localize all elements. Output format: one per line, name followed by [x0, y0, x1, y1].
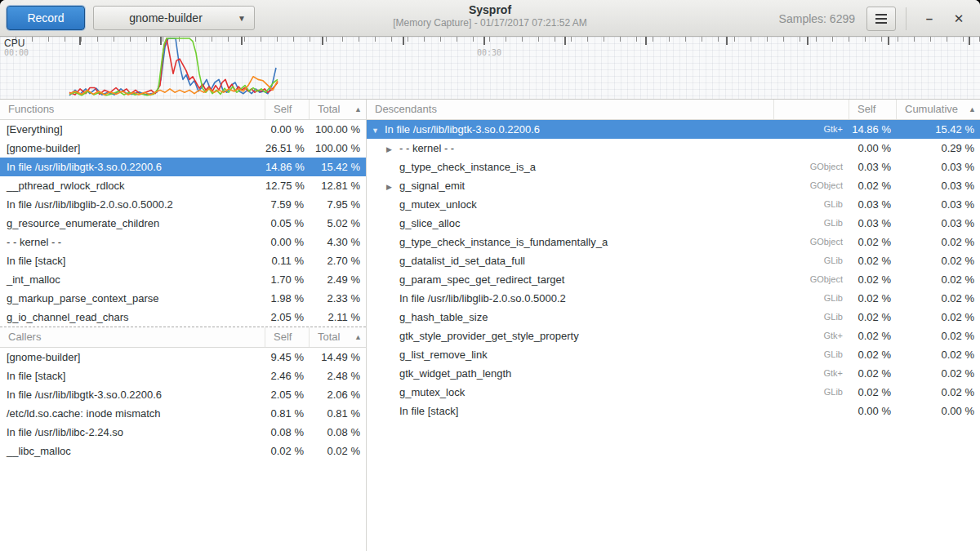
cpu3-line: [69, 77, 278, 95]
cpu-graph-lines: [0, 37, 980, 100]
function-row[interactable]: [Everything]0.00 %100.00 %: [0, 120, 366, 139]
library-badge: Gtk+: [774, 364, 849, 383]
descendant-row[interactable]: g_slice_allocGLib0.03 %0.03 %: [367, 214, 980, 233]
descendants-badge-column: [774, 100, 849, 119]
expander-closed-icon[interactable]: ▶: [386, 140, 399, 158]
chevron-down-icon: ▼: [238, 14, 246, 23]
library-badge: [774, 402, 849, 420]
library-badge: GObject: [774, 233, 849, 251]
caller-row[interactable]: [gnome-builder]9.45 %14.49 %: [0, 348, 366, 367]
functions-table-body: [Everything]0.00 %100.00 %[gnome-builder…: [0, 120, 366, 327]
process-selector-label: gnome-builder: [94, 11, 238, 24]
sort-ascending-icon: ▲: [354, 327, 362, 347]
descendant-row[interactable]: ▶g_signal_emitGObject0.02 %0.03 %: [367, 176, 980, 195]
minimize-button[interactable]: –: [915, 4, 944, 33]
descendant-row[interactable]: gtk_widget_path_lengthGtk+0.02 %0.02 %: [367, 364, 980, 383]
function-row[interactable]: g_io_channel_read_chars2.05 %2.11 %: [0, 308, 366, 327]
time-label-mid: 00:30: [477, 48, 501, 57]
headerbar: Record gnome-builder ▼ Sysprof [Memory C…: [0, 0, 980, 37]
descendant-row[interactable]: gtk_style_provider_get_style_propertyGtk…: [367, 327, 980, 345]
descendant-row[interactable]: g_type_check_instance_is_aGObject0.03 %0…: [367, 158, 980, 176]
sysprof-window: Record gnome-builder ▼ Sysprof [Memory C…: [0, 0, 980, 551]
functions-total-column-header[interactable]: ▲ Total: [310, 100, 366, 119]
descendant-row[interactable]: g_hash_table_sizeGLib0.02 %0.02 %: [367, 308, 980, 327]
callers-table-body: [gnome-builder]9.45 %14.49 %In file [sta…: [0, 348, 366, 460]
record-button[interactable]: Record: [7, 6, 85, 30]
callers-column-header[interactable]: Callers: [0, 327, 265, 347]
descendant-row[interactable]: g_datalist_id_set_data_fullGLib0.02 %0.0…: [367, 251, 980, 270]
functions-table-header: Functions Self ▲ Total: [0, 100, 366, 120]
library-badge: GLib: [774, 214, 849, 233]
header-separator: [906, 7, 906, 30]
left-pane: Functions Self ▲ Total [Everything]0.00 …: [0, 100, 366, 551]
descendant-row[interactable]: g_type_check_instance_is_fundamentally_a…: [367, 233, 980, 251]
function-row[interactable]: g_resource_enumerate_children0.05 %5.02 …: [0, 214, 366, 233]
function-row[interactable]: In file /usr/lib/libgtk-3.so.0.2200.614.…: [0, 158, 366, 176]
caller-row[interactable]: In file /usr/lib/libgtk-3.so.0.2200.62.0…: [0, 385, 366, 404]
library-badge: GLib: [774, 195, 849, 214]
close-button[interactable]: ✕: [944, 4, 973, 33]
descendants-column-header[interactable]: Descendants: [367, 100, 774, 119]
menu-button[interactable]: [866, 7, 896, 31]
caller-row[interactable]: __libc_malloc0.02 %0.02 %: [0, 442, 366, 460]
function-row[interactable]: [gnome-builder]26.51 %100.00 %: [0, 139, 366, 158]
hamburger-icon: [875, 14, 887, 16]
callers-self-column-header[interactable]: Self: [265, 327, 310, 347]
library-badge: GObject: [774, 270, 849, 289]
caller-row[interactable]: In file [stack]2.46 %2.48 %: [0, 367, 366, 385]
library-badge: Gtk+: [774, 120, 849, 139]
caller-row[interactable]: /etc/ld.so.cache: inode mismatch0.81 %0.…: [0, 404, 366, 423]
callers-total-column-header[interactable]: ▲ Total: [310, 327, 366, 347]
descendant-row[interactable]: g_list_remove_linkGLib0.02 %0.02 %: [367, 345, 980, 364]
cpu0-line: [69, 38, 276, 96]
function-row[interactable]: g_markup_parse_context_parse1.98 %2.33 %: [0, 289, 366, 308]
sort-ascending-icon: ▲: [354, 100, 362, 119]
descendant-row[interactable]: In file [stack]0.00 %0.00 %: [367, 402, 980, 420]
library-badge: GObject: [774, 158, 849, 176]
function-row[interactable]: _int_malloc1.70 %2.49 %: [0, 270, 366, 289]
time-label-start: 00:00: [4, 48, 29, 57]
function-row[interactable]: - - kernel - -0.00 %4.30 %: [0, 233, 366, 251]
descendants-self-column-header[interactable]: Self: [849, 100, 897, 119]
process-selector-dropdown[interactable]: gnome-builder ▼: [93, 6, 255, 30]
library-badge: Gtk+: [774, 327, 849, 345]
expander-open-icon[interactable]: ▼: [372, 122, 385, 139]
library-badge: GLib: [774, 345, 849, 364]
library-badge: GLib: [774, 251, 849, 270]
descendants-cumulative-column-header[interactable]: ▲ Cumulative: [897, 100, 980, 119]
descendants-table-header: Descendants Self ▲ Cumulative: [367, 100, 980, 120]
caller-row[interactable]: In file /usr/lib/libc-2.24.so0.08 %0.08 …: [0, 423, 366, 442]
descendant-row[interactable]: g_mutex_unlockGLib0.03 %0.03 %: [367, 195, 980, 214]
library-badge: [774, 139, 849, 158]
library-badge: GLib: [774, 308, 849, 327]
right-pane: Descendants Self ▲ Cumulative ▼In file /…: [367, 100, 980, 551]
expander-closed-icon[interactable]: ▶: [386, 178, 399, 195]
descendant-row[interactable]: g_param_spec_get_redirect_targetGObject0…: [367, 270, 980, 289]
descendant-row[interactable]: ▼In file /usr/lib/libgtk-3.so.0.2200.6Gt…: [367, 120, 980, 139]
library-badge: GLib: [774, 383, 849, 402]
library-badge: GLib: [774, 289, 849, 308]
samples-count: Samples: 6299: [779, 12, 855, 25]
callers-table-header: Callers Self ▲ Total: [0, 327, 366, 348]
cpu-graph[interactable]: CPU 00:00 00:30: [0, 37, 980, 100]
descendant-row[interactable]: In file /usr/lib/libglib-2.0.so.0.5000.2…: [367, 289, 980, 308]
descendant-row[interactable]: g_mutex_lockGLib0.02 %0.02 %: [367, 383, 980, 402]
main-content: Functions Self ▲ Total [Everything]0.00 …: [0, 100, 980, 551]
functions-self-column-header[interactable]: Self: [265, 100, 310, 119]
function-row[interactable]: __pthread_rwlock_rdlock12.75 %12.81 %: [0, 176, 366, 195]
function-row[interactable]: In file /usr/lib/libglib-2.0.so.0.5000.2…: [0, 195, 366, 214]
cpu-graph-label: CPU: [4, 38, 24, 49]
function-row[interactable]: In file [stack]0.11 %2.70 %: [0, 251, 366, 270]
descendant-row[interactable]: ▶- - kernel - -0.00 %0.29 %: [367, 139, 980, 158]
library-badge: GObject: [774, 176, 849, 195]
sort-ascending-icon: ▲: [969, 100, 976, 119]
descendants-table-body: ▼In file /usr/lib/libgtk-3.so.0.2200.6Gt…: [367, 120, 980, 420]
functions-column-header[interactable]: Functions: [0, 100, 265, 119]
